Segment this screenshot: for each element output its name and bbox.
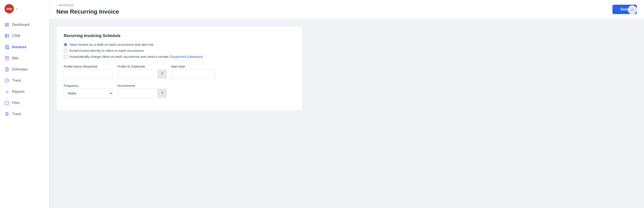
user-icon	[630, 7, 635, 12]
profile-id-label: Profile ID (Optional)	[118, 65, 166, 68]
avatar[interactable]	[628, 5, 637, 14]
trash-icon	[4, 111, 10, 116]
frequency-select[interactable]: Yearly Monthly Weekly Daily	[64, 89, 113, 98]
fields-row-2: Frequency Yearly Monthly Weekly Daily Oc…	[64, 84, 295, 98]
sidebar-nav: Dashboard CRM + Invoices Bills	[0, 17, 49, 208]
supported-gateways-link[interactable]: Supported Gateways	[170, 55, 202, 58]
radio-group: Save invoice as a draft on each occurren…	[64, 43, 295, 58]
section-title: Recurring Invoicing Schedule	[64, 33, 295, 38]
svg-rect-3	[8, 25, 9, 26]
svg-point-24	[632, 8, 633, 10]
svg-rect-0	[5, 23, 7, 24]
estimates-icon	[4, 67, 10, 72]
sidebar-item-bills[interactable]: Bills	[0, 53, 49, 64]
fields-row-1: Profile Name (Required) Profile ID (Opti…	[64, 65, 295, 79]
logo-chevron-icon: ∨	[16, 7, 18, 10]
occurrences-label: Occurrences	[118, 84, 166, 88]
sidebar-item-invoices[interactable]: + Invoices	[0, 41, 49, 53]
breadcrumb-label: INVOICES	[58, 3, 74, 7]
sidebar-item-crm[interactable]: CRM	[0, 30, 49, 41]
occurrences-help-button[interactable]: ?	[158, 89, 166, 98]
breadcrumb-chevron-icon: ‹	[56, 3, 57, 7]
svg-text:+: +	[8, 48, 8, 49]
svg-rect-2	[5, 25, 7, 26]
profile-id-input[interactable]	[118, 70, 158, 79]
sidebar-logo[interactable]: onp ∨	[0, 0, 49, 17]
sidebar-item-track[interactable]: Track	[0, 75, 49, 86]
sidebar-item-estimates[interactable]: Estimates	[0, 64, 49, 75]
start-date-label: Start Date	[171, 65, 216, 68]
profile-name-label: Profile Name (Required)	[64, 65, 113, 68]
radio-email[interactable]: Email invoice directly to client on each…	[64, 49, 295, 52]
track-icon	[4, 78, 10, 83]
files-icon	[4, 101, 10, 105]
logo-icon: onp	[4, 4, 14, 13]
sidebar-item-dashboard[interactable]: Dashboard	[0, 19, 49, 30]
sidebar: onp ∨ Dashboard CRM + Invoices	[0, 0, 49, 208]
crm-icon	[4, 33, 10, 38]
page-header: ‹ INVOICES New Recurring Invoice Save	[49, 0, 644, 19]
sidebar-item-trash[interactable]: Trash	[0, 108, 49, 120]
bills-icon	[4, 56, 10, 61]
radio-auto[interactable]: Automatically charge client on each occu…	[64, 55, 295, 58]
page-title: New Recurring Invoice	[56, 8, 119, 15]
radio-auto-label: Automatically charge client on each occu…	[70, 55, 203, 58]
frequency-label: Frequency	[64, 84, 113, 88]
radio-draft-label: Save invoice as a draft on each occurren…	[70, 43, 154, 46]
header-left: ‹ INVOICES New Recurring Invoice	[56, 3, 119, 15]
field-group-frequency: Frequency Yearly Monthly Weekly Daily	[64, 84, 113, 98]
sidebar-item-files[interactable]: Files	[0, 97, 49, 108]
field-group-profile-id: Profile ID (Optional) ?	[118, 65, 166, 79]
occurrences-with-help: 0 ?	[118, 89, 166, 98]
main-content: ‹ INVOICES New Recurring Invoice Save Re…	[49, 0, 644, 208]
field-group-start-date: Start Date 2020-06-23	[171, 65, 216, 79]
user-avatar-area	[628, 5, 637, 14]
radio-email-input[interactable]	[64, 49, 67, 52]
profile-id-with-help: ?	[118, 70, 166, 79]
form-card: Recurring Invoicing Schedule Save invoic…	[56, 26, 302, 110]
radio-draft-input[interactable]	[64, 43, 67, 46]
field-group-occurrences: Occurrences 0 ?	[118, 84, 166, 98]
sidebar-item-reports[interactable]: Reports	[0, 86, 49, 97]
svg-rect-1	[8, 23, 9, 24]
invoices-icon: +	[4, 45, 10, 50]
reports-icon	[4, 89, 10, 94]
profile-name-input[interactable]	[64, 70, 113, 79]
radio-auto-input[interactable]	[64, 55, 67, 58]
occurrences-input[interactable]: 0	[118, 89, 158, 98]
radio-email-label: Email invoice directly to client on each…	[70, 49, 144, 52]
dashboard-icon	[4, 22, 10, 27]
start-date-input[interactable]: 2020-06-23	[171, 70, 216, 79]
profile-id-help-button[interactable]: ?	[158, 70, 166, 79]
breadcrumb: ‹ INVOICES	[56, 3, 119, 7]
radio-draft[interactable]: Save invoice as a draft on each occurren…	[64, 43, 295, 46]
field-group-profile-name: Profile Name (Required)	[64, 65, 113, 79]
form-area: Recurring Invoicing Schedule Save invoic…	[49, 19, 644, 208]
